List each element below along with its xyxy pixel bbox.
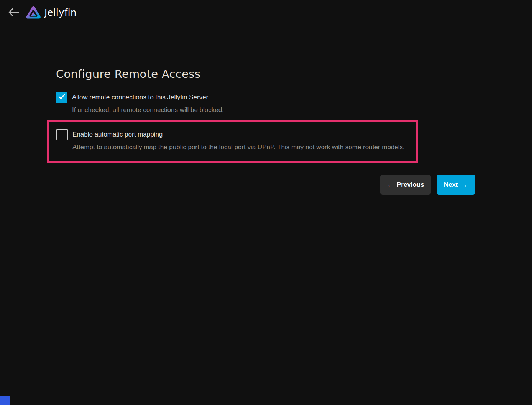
checkbox-description: Attempt to automatically map the public … xyxy=(72,143,405,151)
enable-port-mapping-text: Enable automatic port mapping Attempt to… xyxy=(72,129,405,151)
checkbox-description: If unchecked, all remote connections wil… xyxy=(72,106,224,114)
allow-remote-connections-checkbox[interactable] xyxy=(56,92,67,103)
check-icon xyxy=(57,92,66,102)
enable-port-mapping-field: Enable automatic port mapping Attempt to… xyxy=(56,129,405,151)
previous-button-label: Previous xyxy=(397,181,424,189)
corner-marker xyxy=(0,396,10,405)
next-button-label: Next xyxy=(444,181,458,189)
page-title: Configure Remote Access xyxy=(56,68,200,81)
checkbox-label[interactable]: Allow remote connections to this Jellyfi… xyxy=(72,93,224,101)
arrow-left-icon: ← xyxy=(387,181,394,188)
arrow-right-icon: → xyxy=(461,181,468,188)
back-button[interactable] xyxy=(6,5,21,20)
allow-remote-connections-text: Allow remote connections to this Jellyfi… xyxy=(72,92,224,114)
checkbox-label[interactable]: Enable automatic port mapping xyxy=(72,130,405,138)
app-name: Jellyfin xyxy=(44,7,77,18)
remote-access-setup-page: { "header": { "app_name": "Jellyfin" }, … xyxy=(0,0,532,405)
header: Jellyfin xyxy=(0,0,532,25)
allow-remote-connections-field: Allow remote connections to this Jellyfi… xyxy=(56,92,224,114)
arrow-left-icon xyxy=(8,8,19,18)
jellyfin-logo-icon xyxy=(26,5,41,21)
wizard-actions: ← Previous Next → xyxy=(380,175,475,195)
next-button[interactable]: Next → xyxy=(437,175,475,195)
enable-port-mapping-checkbox[interactable] xyxy=(56,129,68,140)
previous-button[interactable]: ← Previous xyxy=(380,175,431,195)
app-logo: Jellyfin xyxy=(26,5,77,21)
